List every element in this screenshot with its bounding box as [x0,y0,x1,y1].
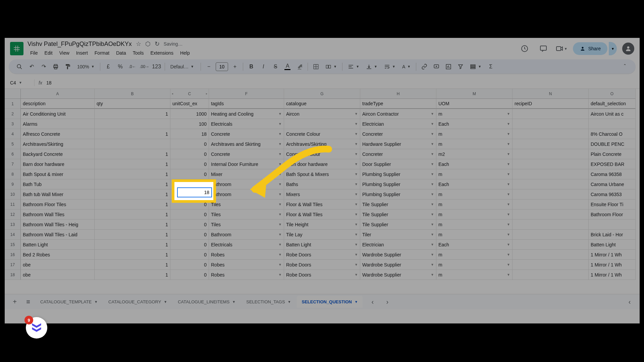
cell[interactable]: Air Conditioning Unit [21,109,95,119]
cell[interactable]: m▼ [436,250,513,260]
cell[interactable]: Concrete▼ [209,129,284,139]
cell[interactable]: m▼ [436,189,513,199]
cell-dropdown-icon[interactable]: ▼ [429,273,434,277]
row-header-3[interactable]: 3 [5,119,21,129]
cell[interactable]: Tile Height▼ [284,220,360,230]
row-header-9[interactable]: 9 [5,179,21,189]
cell[interactable]: Batten Light▼ [284,240,360,250]
col-header-C[interactable]: C [170,89,209,99]
cell[interactable]: 1 [95,250,170,260]
cell[interactable]: Batten Light [21,240,95,250]
menu-extensions[interactable]: Extensions [148,49,176,57]
sheet-tab[interactable]: CATALOGUE_LINEITEMS▼ [173,296,240,308]
cell-dropdown-icon[interactable]: ▼ [505,223,510,226]
cell-dropdown-icon[interactable]: ▼ [353,263,358,266]
row-header-13[interactable]: 13 [5,220,21,230]
cell[interactable]: EXPOSED BAR [589,159,636,169]
search-menu-icon[interactable] [14,61,25,72]
redo-icon[interactable]: ↷ [38,61,49,72]
cell[interactable]: 0 [170,169,209,179]
cell-dropdown-icon[interactable]: ▼ [353,223,358,226]
borders-icon[interactable] [311,61,321,72]
col-header-N[interactable]: N [513,89,589,99]
cell[interactable]: Electricals▼ [209,240,284,250]
row-header-11[interactable]: 11 [5,199,21,209]
cell-dropdown-icon[interactable]: ▼ [429,202,434,206]
cell[interactable]: 1 [95,169,170,179]
cell[interactable] [589,119,636,129]
cell[interactable]: Tile Supplier▼ [360,209,436,220]
avatar[interactable] [622,43,634,55]
menu-format[interactable]: Format [92,49,112,57]
row-header-12[interactable]: 12 [5,209,21,220]
cell[interactable]: Concrete Colour▼ [284,129,360,139]
cell[interactable] [513,240,589,250]
doc-title[interactable]: Vishv Patel_FPuPgQizTPbibAOeDKYx [28,41,132,48]
cell-dropdown-icon[interactable]: ▼ [277,223,282,226]
meet-icon[interactable]: ▼ [555,42,568,55]
cell[interactable]: 1 Mirror / 1 Wh [589,250,636,260]
cell[interactable]: DOUBLE PENC [589,139,636,149]
filter-views-dropdown[interactable]: ▼ [467,62,484,71]
cell[interactable]: Plumbing Supplier▼ [360,189,436,199]
cell[interactable]: 8% Charcoal O [589,129,636,139]
cell[interactable]: Bath Tub [21,179,95,189]
undo-icon[interactable]: ↶ [26,61,37,72]
merge-dropdown[interactable]: ▼ [323,62,339,71]
cell[interactable] [95,119,170,129]
cell-dropdown-icon[interactable]: ▼ [353,172,358,176]
row-header-14[interactable]: 14 [5,230,21,240]
cell[interactable]: Tile Supplier▼ [360,220,436,230]
cell-dropdown-icon[interactable]: ▼ [353,142,358,146]
chevron-down-icon[interactable]: ▼ [288,300,291,304]
chart-icon[interactable] [443,61,454,72]
star-icon[interactable]: ☆ [136,40,141,48]
link-icon[interactable] [419,61,430,72]
cell[interactable]: m▼ [436,169,513,179]
font-size-input[interactable]: 10 [216,62,228,71]
cell[interactable]: Bathroom Wall Tiles [21,209,95,220]
header-cell[interactable]: unitCost_ex [170,99,209,109]
italic-icon[interactable]: I [258,61,269,72]
cell[interactable]: Caroma 96358 [589,169,636,179]
cell[interactable]: obe [21,260,95,270]
cell-dropdown-icon[interactable]: ▼ [277,253,282,256]
cell-dropdown-icon[interactable]: ▼ [429,243,434,246]
font-increase-icon[interactable]: + [229,61,240,72]
cell[interactable]: 1 [95,260,170,270]
sheet-tab[interactable]: SELECTION_TAGS▼ [241,296,296,308]
col-header-G[interactable]: G [284,89,360,99]
cell-dropdown-icon[interactable]: ▼ [353,273,358,277]
cell[interactable]: 0 [170,149,209,159]
cell[interactable]: 0 [170,220,209,230]
cell-dropdown-icon[interactable]: ▼ [353,233,358,236]
fill-color-icon[interactable] [294,61,305,72]
select-all-corner[interactable] [5,89,21,99]
cell-dropdown-icon[interactable]: ▼ [277,263,282,266]
cell[interactable]: 1 [95,270,170,280]
cell[interactable]: Bed 2 Robes [21,250,95,260]
cell-dropdown-icon[interactable]: ▼ [505,132,510,136]
cell[interactable] [95,139,170,149]
cell[interactable]: 1 Mirror / 1 Wh [589,260,636,270]
paint-format-icon[interactable] [62,61,73,72]
cell[interactable]: obe [21,270,95,280]
cell-dropdown-icon[interactable]: ▼ [505,112,510,116]
col-header-F[interactable]: F [209,89,284,99]
menu-view[interactable]: View [57,49,72,57]
cell-dropdown-icon[interactable]: ▼ [505,192,510,196]
col-header-B[interactable]: B [95,89,170,99]
cell[interactable]: Bathroom Floor Tiles [21,199,95,209]
row-header-4[interactable]: 4 [5,129,21,139]
cell-dropdown-icon[interactable]: ▼ [353,243,358,246]
cell[interactable]: 1 [95,209,170,220]
cell[interactable]: Electrician▼ [360,240,436,250]
col-header-A[interactable]: A [21,89,95,99]
cell[interactable]: m▼ [436,260,513,270]
history-icon[interactable] [518,42,531,55]
cell[interactable]: Alarms [21,119,95,129]
cell-dropdown-icon[interactable]: ▼ [353,162,358,166]
cell[interactable] [513,179,589,189]
cell[interactable]: Each▼ [436,159,513,169]
cell[interactable]: Robes▼ [209,250,284,260]
